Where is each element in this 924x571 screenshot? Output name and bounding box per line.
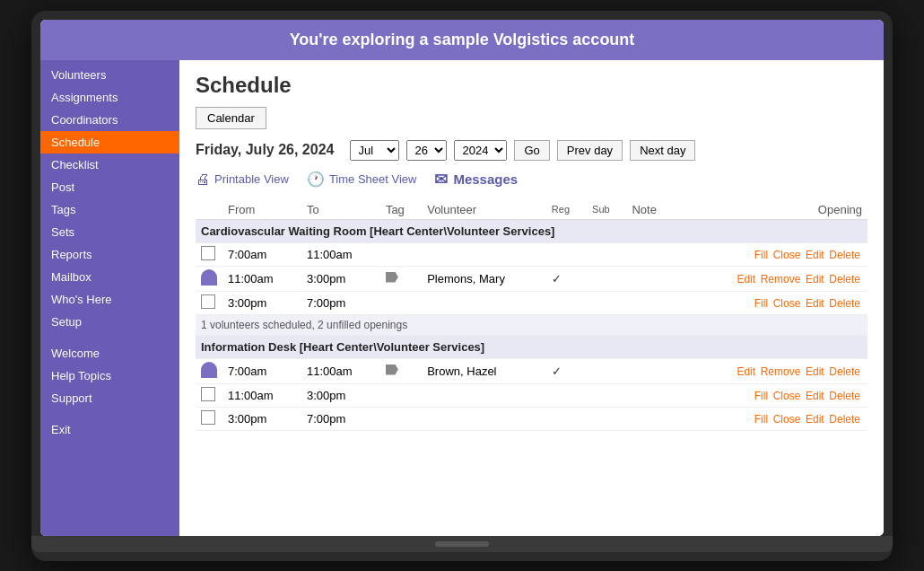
sidebar: Volunteers Assignments Coordinators Sche… [40,60,179,536]
summary-row: 1 volunteers scheduled, 2 unfilled openi… [196,314,867,335]
date-navigation: Friday, July 26, 2024 JanFebMarApr MayJu… [196,140,867,161]
main-content: Schedule Calendar Friday, July 26, 2024 … [179,60,884,536]
calendar-button[interactable]: Calendar [196,107,266,129]
volunteer-name: Plemons, Mary [422,266,546,291]
edit-link[interactable]: Edit [737,273,755,286]
sidebar-item-schedule[interactable]: Schedule [40,131,179,154]
sidebar-item-volunteers[interactable]: Volunteers [40,64,179,86]
section-header-info-desk: Information Desk [Heart Center\Volunteer… [196,335,867,358]
remove-link[interactable]: Remove [761,273,801,286]
timesheet-view-link[interactable]: 🕐 Time Sheet View [307,171,417,188]
from-time: 3:00pm [222,407,301,430]
sidebar-item-help-topics[interactable]: Help Topics [40,365,179,387]
fill-link[interactable]: Fill [754,413,768,426]
reg-check: ✓ [546,358,587,383]
summary-text: 1 volunteers scheduled, 2 unfilled openi… [196,314,867,335]
fill-link[interactable]: Fill [754,390,768,402]
row-checkbox[interactable] [201,387,215,401]
sidebar-item-post[interactable]: Post [40,176,179,198]
from-time: 7:00am [222,242,301,266]
sidebar-item-coordinators[interactable]: Coordinators [40,109,179,131]
sidebar-item-setup[interactable]: Setup [40,311,179,333]
row-checkbox[interactable] [201,410,215,425]
tag-icon [386,272,398,283]
table-row: 3:00pm 7:00pm Fill Close Edit De [196,407,867,430]
printable-view-label: Printable View [214,172,289,186]
printable-view-link[interactable]: 🖨 Printable View [196,171,289,188]
delete-link[interactable]: Delete [829,297,860,310]
table-row: 3:00pm 7:00pm Fill Close Edit De [196,291,867,314]
section-title: Cardiovascular Waiting Room [Heart Cente… [196,219,867,242]
close-link[interactable]: Close [773,297,801,310]
delete-link[interactable]: Delete [829,273,860,286]
row-checkbox[interactable] [201,294,215,309]
from-time: 3:00pm [222,291,301,314]
delete-link[interactable]: Delete [829,390,860,402]
edit-link2[interactable]: Edit [806,273,824,286]
sample-banner: You're exploring a sample Volgistics acc… [40,20,884,60]
section-header-cardiovascular: Cardiovascular Waiting Room [Heart Cente… [196,219,867,242]
to-time: 3:00pm [301,266,380,291]
prev-day-button[interactable]: Prev day [557,140,623,161]
day-select[interactable]: 252627 [406,140,447,161]
timesheet-view-label: Time Sheet View [329,172,417,186]
sidebar-item-support[interactable]: Support [40,387,179,409]
person-icon [201,362,217,378]
table-row: 7:00am 11:00am Fill Close Edit D [196,242,867,266]
sidebar-item-assignments[interactable]: Assignments [40,86,179,109]
month-select[interactable]: JanFebMarApr MayJunJulAug SepOctNovDec [350,140,399,161]
to-time: 3:00pm [301,383,380,407]
sidebar-item-tags[interactable]: Tags [40,198,179,221]
close-link[interactable]: Close [773,413,801,426]
to-time: 7:00pm [301,291,380,314]
sidebar-item-mailbox[interactable]: Mailbox [40,266,179,288]
tag-icon [386,365,398,375]
sidebar-item-whos-here[interactable]: Who's Here [40,288,179,311]
col-tag: Tag [380,200,422,220]
col-opening: Opening [676,200,867,220]
sidebar-item-welcome[interactable]: Welcome [40,342,179,365]
edit-link2[interactable]: Edit [806,365,824,378]
sidebar-item-checklist[interactable]: Checklist [40,154,179,176]
messages-label: Messages [453,171,518,187]
page-title: Schedule [196,73,867,98]
sidebar-item-sets[interactable]: Sets [40,221,179,243]
printable-icon: 🖨 [196,171,210,188]
table-row: 7:00am 11:00am Brown, Hazel ✓ Edit Remov… [196,358,867,383]
next-day-button[interactable]: Next day [630,140,695,161]
fill-link[interactable]: Fill [754,249,768,261]
edit-link[interactable]: Edit [806,390,824,402]
sidebar-item-reports[interactable]: Reports [40,243,179,266]
table-row: 11:00am 3:00pm Fill Close Edit D [196,383,867,407]
col-note: Note [626,200,676,220]
fill-link[interactable]: Fill [754,297,768,310]
from-time: 11:00am [222,266,301,291]
edit-link[interactable]: Edit [806,249,824,261]
col-reg: Reg [546,200,587,220]
to-time: 7:00pm [301,407,380,430]
schedule-table: From To Tag Volunteer Reg Sub Note Openi… [196,200,867,431]
edit-link[interactable]: Edit [737,365,755,378]
sidebar-item-exit[interactable]: Exit [40,418,179,441]
edit-link[interactable]: Edit [806,297,824,310]
date-label: Friday, July 26, 2024 [196,142,334,158]
messages-link[interactable]: ✉ Messages [434,170,518,189]
row-checkbox[interactable] [201,246,215,260]
delete-link[interactable]: Delete [829,249,860,261]
from-time: 11:00am [222,383,301,407]
go-button[interactable]: Go [514,140,549,161]
from-time: 7:00am [222,358,301,383]
remove-link[interactable]: Remove [761,365,801,378]
section-title: Information Desk [Heart Center\Volunteer… [196,335,867,358]
delete-link[interactable]: Delete [829,365,860,378]
col-from: From [222,200,301,220]
edit-link[interactable]: Edit [806,413,824,426]
delete-link[interactable]: Delete [829,413,860,426]
col-volunteer: Volunteer [422,200,546,220]
year-select[interactable]: 202320242025 [454,140,507,161]
col-to: To [301,200,380,220]
close-link[interactable]: Close [773,249,801,261]
messages-icon: ✉ [434,170,448,189]
view-links: 🖨 Printable View 🕐 Time Sheet View ✉ Mes… [196,170,867,189]
close-link[interactable]: Close [773,390,801,402]
